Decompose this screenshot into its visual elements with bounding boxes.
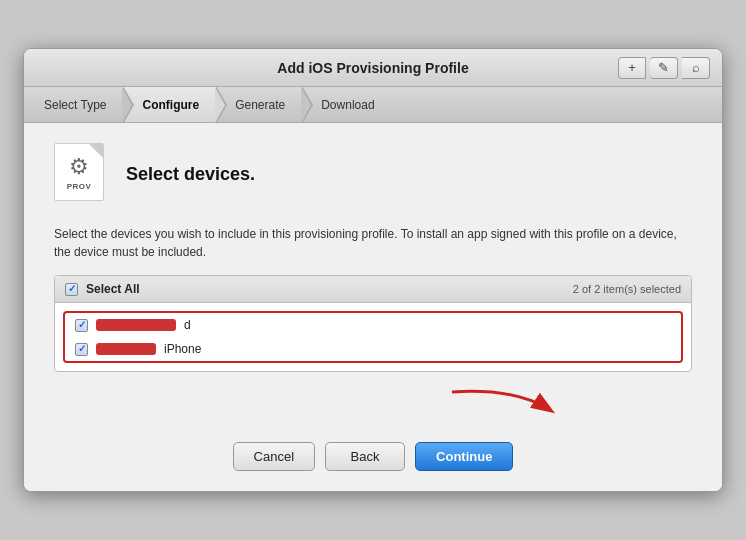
button-row: Cancel Back Continue — [54, 432, 692, 471]
arrow-container — [54, 382, 692, 422]
device-2-name-redacted — [96, 343, 156, 355]
select-all-checkbox[interactable] — [65, 283, 78, 296]
device-2-suffix: iPhone — [164, 342, 201, 356]
title-bar-actions: + ✎ ⌕ — [618, 57, 710, 79]
content-area: ⚙ PROV Select devices. Select the device… — [24, 123, 722, 491]
device-list: d iPhone — [55, 303, 691, 371]
window-title: Add iOS Provisioning Profile — [277, 60, 468, 76]
red-arrow-icon — [442, 382, 562, 422]
description-text: Select the devices you wish to include i… — [54, 225, 692, 261]
edit-button[interactable]: ✎ — [650, 57, 678, 79]
device-2-checkbox[interactable] — [75, 343, 88, 356]
device-list-container: Select All 2 of 2 item(s) selected d iPh… — [54, 275, 692, 372]
section-title: Select devices. — [126, 164, 255, 185]
step-generate[interactable]: Generate — [215, 87, 301, 122]
step-configure-label: Configure — [142, 98, 199, 112]
step-download[interactable]: Download — [301, 87, 390, 122]
list-item[interactable]: d — [65, 313, 681, 337]
prov-icon: ⚙ PROV — [54, 143, 110, 205]
step-select-type-label: Select Type — [44, 98, 106, 112]
list-item[interactable]: iPhone — [65, 337, 681, 361]
step-select-type[interactable]: Select Type — [24, 87, 122, 122]
gear-icon: ⚙ — [69, 154, 89, 180]
title-bar: Add iOS Provisioning Profile + ✎ ⌕ — [24, 49, 722, 87]
device-highlight-box: d iPhone — [63, 311, 683, 363]
steps-bar: Select Type Configure Generate Download — [24, 87, 722, 123]
step-configure[interactable]: Configure — [122, 87, 215, 122]
device-list-header: Select All 2 of 2 item(s) selected — [55, 276, 691, 303]
step-generate-label: Generate — [235, 98, 285, 112]
search-button[interactable]: ⌕ — [682, 57, 710, 79]
continue-button[interactable]: Continue — [415, 442, 513, 471]
back-button[interactable]: Back — [325, 442, 405, 471]
prov-icon-label: PROV — [67, 182, 92, 191]
cancel-button[interactable]: Cancel — [233, 442, 315, 471]
select-all-row: Select All — [65, 282, 140, 296]
count-label: 2 of 2 item(s) selected — [573, 283, 681, 295]
main-window: Add iOS Provisioning Profile + ✎ ⌕ Selec… — [23, 48, 723, 492]
select-all-label: Select All — [86, 282, 140, 296]
prov-icon-paper: ⚙ PROV — [54, 143, 104, 201]
device-1-suffix: d — [184, 318, 191, 332]
step-download-label: Download — [321, 98, 374, 112]
header-row: ⚙ PROV Select devices. — [54, 143, 692, 205]
device-1-checkbox[interactable] — [75, 319, 88, 332]
device-1-name-redacted — [96, 319, 176, 331]
add-button[interactable]: + — [618, 57, 646, 79]
